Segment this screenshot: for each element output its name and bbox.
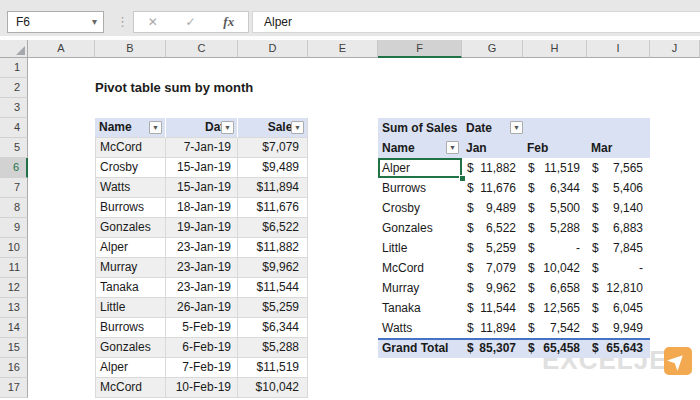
cell[interactable]: $9,140: [587, 198, 650, 218]
source-header-date[interactable]: Date▼: [166, 118, 238, 138]
cell[interactable]: $6,883: [587, 218, 650, 238]
pivot-corner-label[interactable]: Sum of Sales: [378, 118, 462, 138]
cell[interactable]: $5,259: [462, 238, 523, 258]
cell[interactable]: $-: [523, 238, 587, 258]
row-header-3[interactable]: 3: [0, 98, 28, 118]
cell[interactable]: 26-Jan-19: [166, 298, 238, 318]
cell[interactable]: $-: [587, 258, 650, 278]
cell[interactable]: $9,962: [462, 278, 523, 298]
pivot-month-jan[interactable]: Jan: [462, 138, 523, 158]
cell[interactable]: $11,894: [462, 318, 523, 338]
column-header-F[interactable]: F: [378, 40, 462, 58]
cell[interactable]: $11,676: [238, 198, 308, 218]
pivot-month-mar[interactable]: Mar: [587, 138, 650, 158]
cell[interactable]: Little: [378, 238, 462, 258]
cell[interactable]: Crosby: [378, 198, 462, 218]
cell[interactable]: $11,519: [523, 158, 587, 178]
row-header-13[interactable]: 13: [0, 298, 28, 318]
cell[interactable]: $7,079: [462, 258, 523, 278]
cell[interactable]: $6,344: [523, 178, 587, 198]
row-header-12[interactable]: 12: [0, 278, 28, 298]
cell[interactable]: $9,962: [238, 258, 308, 278]
cell[interactable]: $11,544: [238, 278, 308, 298]
filter-dropdown-icon[interactable]: ▼: [221, 121, 234, 134]
row-header-5[interactable]: 5: [0, 138, 28, 158]
column-header-I[interactable]: I: [587, 40, 650, 58]
row-header-1[interactable]: 1: [0, 58, 28, 78]
cell[interactable]: 15-Jan-19: [166, 178, 238, 198]
cell[interactable]: $6,344: [238, 318, 308, 338]
cell[interactable]: $7,845: [587, 238, 650, 258]
cell[interactable]: $6,658: [523, 278, 587, 298]
cell[interactable]: Alper: [95, 238, 166, 258]
cell[interactable]: Murray: [378, 278, 462, 298]
cell[interactable]: Burrows: [378, 178, 462, 198]
filter-dropdown-icon[interactable]: ▼: [149, 121, 162, 134]
source-header-sales[interactable]: Sales▼: [238, 118, 308, 138]
cell[interactable]: $5,288: [523, 218, 587, 238]
cell[interactable]: $11,544: [462, 298, 523, 318]
cell[interactable]: $5,500: [523, 198, 587, 218]
cell[interactable]: 7-Feb-19: [166, 358, 238, 378]
row-header-10[interactable]: 10: [0, 238, 28, 258]
cell[interactable]: Crosby: [95, 158, 166, 178]
pivot-date-field[interactable]: Date▼: [462, 118, 525, 138]
row-header-16[interactable]: 16: [0, 358, 28, 378]
cell[interactable]: $10,042: [523, 258, 587, 278]
cell[interactable]: Gonzales: [378, 218, 462, 238]
cell[interactable]: Tanaka: [95, 278, 166, 298]
grand-total-cell[interactable]: $65,458: [523, 338, 587, 358]
cell[interactable]: $11,519: [238, 358, 308, 378]
cell[interactable]: $5,406: [587, 178, 650, 198]
cell[interactable]: $9,489: [238, 158, 308, 178]
cell[interactable]: Little: [95, 298, 166, 318]
cell[interactable]: 23-Jan-19: [166, 278, 238, 298]
cell[interactable]: 19-Jan-19: [166, 218, 238, 238]
row-header-11[interactable]: 11: [0, 258, 28, 278]
row-header-17[interactable]: 17: [0, 378, 28, 398]
cell[interactable]: 23-Jan-19: [166, 238, 238, 258]
cell[interactable]: 6-Feb-19: [166, 338, 238, 358]
fill-handle[interactable]: [459, 175, 466, 182]
column-header-E[interactable]: E: [308, 40, 378, 58]
row-header-2[interactable]: 2: [0, 78, 28, 98]
column-header-G[interactable]: G: [462, 40, 523, 58]
cell[interactable]: $12,810: [587, 278, 650, 298]
cell[interactable]: McCord: [95, 138, 166, 158]
column-header-B[interactable]: B: [95, 40, 166, 58]
cell[interactable]: $7,565: [587, 158, 650, 178]
row-header-4[interactable]: 4: [0, 118, 28, 138]
cell[interactable]: McCord: [95, 378, 166, 398]
cell[interactable]: $11,676: [462, 178, 523, 198]
cell[interactable]: Gonzales: [95, 338, 166, 358]
cell[interactable]: $9,489: [462, 198, 523, 218]
column-header-C[interactable]: C: [166, 40, 238, 58]
row-header-6[interactable]: 6: [0, 158, 28, 178]
cell[interactable]: 5-Feb-19: [166, 318, 238, 338]
cell[interactable]: Watts: [378, 318, 462, 338]
grand-total-cell[interactable]: $65,643: [587, 338, 650, 358]
cell[interactable]: 7-Jan-19: [166, 138, 238, 158]
source-header-name[interactable]: Name▼: [95, 118, 166, 138]
column-header-J[interactable]: J: [650, 40, 700, 58]
cell[interactable]: $11,882: [462, 158, 523, 178]
pivot-date-filter-icon[interactable]: ▼: [510, 121, 523, 134]
cell[interactable]: $9,949: [587, 318, 650, 338]
cell[interactable]: Watts: [95, 178, 166, 198]
cell[interactable]: $6,522: [462, 218, 523, 238]
cell[interactable]: 15-Jan-19: [166, 158, 238, 178]
cell[interactable]: Burrows: [95, 318, 166, 338]
row-header-8[interactable]: 8: [0, 198, 28, 218]
cell[interactable]: 18-Jan-19: [166, 198, 238, 218]
column-header-A[interactable]: A: [28, 40, 95, 58]
cell[interactable]: $11,882: [238, 238, 308, 258]
pivot-month-feb[interactable]: Feb: [523, 138, 587, 158]
grand-total-label[interactable]: Grand Total: [378, 338, 462, 358]
cell[interactable]: $7,542: [523, 318, 587, 338]
row-header-14[interactable]: 14: [0, 318, 28, 338]
cell[interactable]: $10,042: [238, 378, 308, 398]
cell[interactable]: Burrows: [95, 198, 166, 218]
grand-total-cell[interactable]: $85,307: [462, 338, 523, 358]
cell[interactable]: McCord: [378, 258, 462, 278]
pivot-name-field[interactable]: Name▼: [378, 138, 462, 158]
